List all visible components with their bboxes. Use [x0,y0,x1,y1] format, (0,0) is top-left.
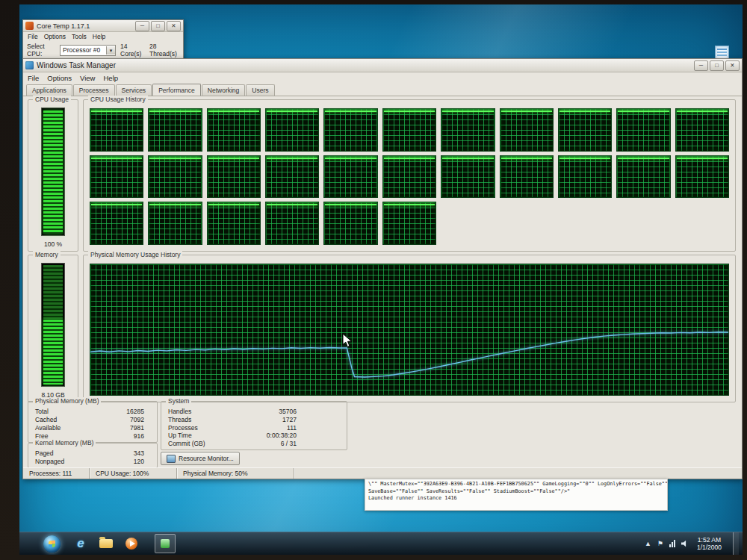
table-row: Paged343 [35,449,151,457]
tab-users[interactable]: Users [246,84,274,96]
cpu-history-cell [265,155,319,199]
log-line: SaveBase=""False"" SaveResults=""False""… [368,488,664,496]
menu-help[interactable]: Help [103,74,118,82]
task-manager-title: Windows Task Manager [37,61,691,69]
start-button[interactable] [43,535,61,553]
tab-processes[interactable]: Processes [73,84,115,96]
cpu-history-cell [90,202,143,245]
cpu-usage-label: CPU Usage [33,96,71,104]
memory-group: Memory 8.10 GB [28,255,78,402]
cpu-select-dropdown[interactable]: Processor #0 ▾ [60,45,116,56]
task-manager-app-icon [25,61,34,69]
close-button[interactable]: ✕ [167,21,181,31]
status-bar: Processes: 111 CPU Usage: 100% Physical … [23,467,742,479]
core-temp-menubar: File Options Tools Help [23,32,183,41]
maximize-button[interactable]: □ [151,21,165,31]
menu-options[interactable]: Options [44,33,66,40]
table-row: Commit (GB)6 / 31 [168,440,341,447]
cpu-history-cell [207,155,261,199]
network-icon[interactable] [669,540,675,547]
cpu-history-cell [90,155,143,199]
chevron-up-icon[interactable]: ▲ [645,540,651,547]
cpu-history-cell [558,155,612,199]
system-group: System Handles35706 Threads1727 Processe… [161,401,347,450]
cpu-history-cell [382,202,436,245]
status-physical-memory: Physical Memory: 50% [177,468,294,479]
chevron-down-icon[interactable]: ▾ [106,46,115,55]
menu-file[interactable]: File [28,74,39,82]
task-manager-menubar: File Options View Help [23,72,742,83]
cpu-history-cell [90,108,143,152]
cpu-history-cell [558,108,612,152]
cpu-history-cell [382,108,436,152]
volume-icon[interactable] [681,540,689,547]
cpu-history-cell [265,202,319,245]
taskbar-clock[interactable]: 1:52 AM 1/1/2000 [695,536,724,551]
menu-view[interactable]: View [80,74,95,82]
table-row: Nonpaged120 [35,458,151,465]
windows-explorer-folder-icon[interactable] [98,535,114,552]
table-row: Processes111 [168,424,341,432]
memory-history-svg [90,264,728,395]
status-cpu-usage: CPU Usage: 100% [90,468,177,479]
cpu-history-cell [616,108,670,152]
table-row: Available7981 [35,424,151,432]
core-temp-window: Core Temp 1.17.1 ─ □ ✕ File Options Tool… [22,19,184,63]
menu-help[interactable]: Help [93,33,105,40]
cpu-history-grid [90,108,729,245]
cpu-history-cell [500,155,554,199]
menu-file[interactable]: File [28,33,38,40]
tab-networking[interactable]: Networking [202,84,246,96]
cpu-history-cell [382,155,436,199]
minimize-button[interactable]: ─ [694,60,708,71]
resource-monitor-icon [167,455,176,463]
cpu-history-cell [441,155,495,199]
memory-history-label: Physical Memory Usage History [88,251,182,259]
physical-memory-label: Physical Memory (MB) [33,397,101,405]
select-cpu-label: Select CPU: [27,43,55,57]
clock-date: 1/1/2000 [697,544,722,551]
resource-monitor-button[interactable]: Resource Monitor... [161,452,240,465]
tab-services[interactable]: Services [116,84,152,96]
mouse-cursor [342,333,353,348]
running-app-icon [161,539,170,548]
tab-performance[interactable]: Performance [152,84,201,96]
physical-memory-table: Total16285 Cached7092 Available7981 Free… [35,408,151,440]
task-manager-window: Windows Task Manager ─ □ ✕ File Options … [22,58,743,479]
kernel-memory-label: Kernel Memory (MB) [33,439,96,447]
system-table: Handles35706 Threads1727 Processes111 Up… [168,408,341,447]
monitor-bezel: Core Temp 1.17.1 ─ □ ✕ File Options Tool… [0,0,747,560]
close-button[interactable]: ✕ [725,60,740,71]
cpu-history-cell [323,155,377,199]
core-temp-controls: Select CPU: Processor #0 ▾ 14 Core(s) 28… [23,41,183,59]
maximize-button[interactable]: □ [710,60,724,71]
menu-tools[interactable]: Tools [72,33,87,40]
memory-usage-bar [41,263,65,387]
cpu-history-cell [675,108,729,152]
cpu-usage-bar-fill [43,111,63,234]
tab-applications[interactable]: Applications [26,84,72,96]
internet-explorer-icon[interactable]: e [72,535,89,552]
log-line: Launched runner instance 1416 [368,495,664,503]
core-temp-titlebar[interactable]: Core Temp 1.17.1 ─ □ ✕ [23,20,183,32]
media-player-icon[interactable] [123,535,140,552]
log-overlay: \"" MasterMutex=""392A63E9-B396-4B21-A10… [365,479,668,511]
taskbar: e ▲ ⚑ 1:52 AM 1/1/2000 [19,532,743,555]
cpu-usage-bar [41,108,65,236]
memory-history-graph [90,264,729,396]
cpu-usage-value: 100 % [28,240,78,248]
running-app-button[interactable] [155,534,176,553]
show-desktop-button[interactable] [733,532,739,555]
minimize-button[interactable]: ─ [135,21,149,31]
action-center-flag-icon[interactable]: ⚑ [657,540,663,547]
cpu-history-cell [675,155,729,199]
performance-panel: CPU Usage 100 % CPU Usage History Memory [23,95,742,468]
menu-options[interactable]: Options [47,74,72,82]
cpu-history-cell [323,108,377,152]
table-row: Up Time0:00:38:20 [168,432,341,439]
cpu-history-cell [323,202,377,245]
table-row: Threads1727 [168,416,341,423]
cpu-usage-history-label: CPU Usage History [88,96,148,104]
cpu-history-cell [148,108,202,152]
task-manager-titlebar[interactable]: Windows Task Manager ─ □ ✕ [23,59,742,72]
